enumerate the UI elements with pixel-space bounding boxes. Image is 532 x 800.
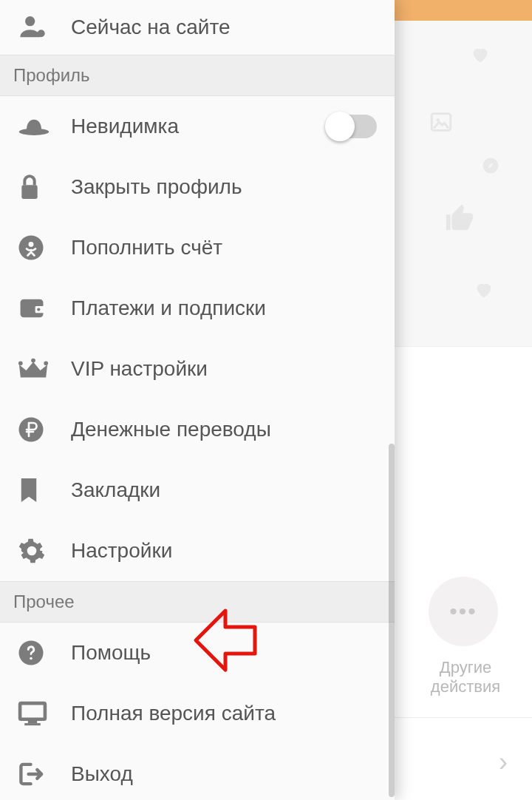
- menu-item-label: Невидимка: [71, 115, 179, 138]
- svg-point-12: [18, 362, 23, 366]
- hat-icon: [18, 115, 71, 138]
- menu-item-payments[interactable]: Платежи и подписки: [0, 278, 395, 339]
- menu-item-label: Настройки: [71, 539, 172, 563]
- help-icon: [18, 640, 71, 666]
- more-actions-button[interactable]: •••: [429, 577, 498, 646]
- wallet-icon: [18, 296, 71, 321]
- menu-item-logout[interactable]: Выход: [0, 744, 395, 800]
- lock-icon: [18, 173, 71, 201]
- more-actions-label: Другие действия: [414, 658, 517, 697]
- svg-rect-19: [28, 720, 37, 723]
- menu-item-close-profile[interactable]: Закрыть профиль: [0, 157, 395, 217]
- svg-rect-18: [20, 703, 45, 719]
- menu-item-online-now[interactable]: Сейчас на сайте: [0, 0, 395, 55]
- menu-item-full-site[interactable]: Полная версия сайта: [0, 683, 395, 744]
- menu-item-settings[interactable]: Настройки: [0, 521, 395, 581]
- compass-icon: [480, 155, 501, 176]
- svg-point-11: [37, 308, 40, 311]
- monitor-icon: [18, 700, 71, 727]
- bg-image-placeholder-area: [395, 21, 532, 346]
- ruble-icon: [18, 416, 71, 443]
- svg-point-4: [38, 30, 45, 37]
- invisible-toggle[interactable]: [327, 115, 377, 138]
- menu-item-label: Полная версия сайта: [71, 702, 276, 725]
- svg-rect-6: [21, 185, 37, 199]
- menu-item-label: Помощь: [71, 641, 151, 665]
- menu-item-label: Пополнить счёт: [71, 236, 222, 260]
- svg-rect-20: [24, 723, 41, 725]
- menu-item-label: Закрыть профиль: [71, 175, 242, 199]
- ok-currency-icon: [18, 234, 71, 261]
- bookmark-icon: [18, 476, 71, 504]
- svg-point-3: [25, 16, 35, 26]
- section-header-other: Прочее: [0, 581, 395, 623]
- logout-icon: [18, 761, 71, 787]
- image-icon: [427, 109, 455, 135]
- section-header-profile: Профиль: [0, 55, 395, 96]
- svg-point-8: [29, 242, 34, 247]
- chevron-right-icon[interactable]: ›: [499, 747, 508, 778]
- side-drawer: Сейчас на сайте Профиль Невидимка Закрыт…: [0, 0, 395, 800]
- menu-item-vip-settings[interactable]: VIP настройки: [0, 339, 395, 399]
- menu-item-label: Платежи и подписки: [71, 296, 266, 320]
- menu-item-label: VIP настройки: [71, 357, 208, 381]
- menu-item-bookmarks[interactable]: Закладки: [0, 460, 395, 521]
- user-online-icon: [18, 13, 71, 42]
- menu-item-money-transfers[interactable]: Денежные переводы: [0, 399, 395, 460]
- menu-item-invisible[interactable]: Невидимка: [0, 96, 395, 157]
- menu-item-label: Закладки: [71, 478, 160, 502]
- thumbs-up-icon: [443, 202, 477, 236]
- bg-divider: [395, 717, 532, 718]
- menu-item-label: Денежные переводы: [71, 418, 271, 441]
- bg-divider: [395, 346, 532, 347]
- menu-item-label: Выход: [71, 762, 133, 786]
- crown-icon: [18, 356, 71, 382]
- svg-point-17: [30, 657, 33, 660]
- menu-item-top-up[interactable]: Пополнить счёт: [0, 217, 395, 278]
- menu-item-label: Сейчас на сайте: [71, 16, 230, 39]
- heart-icon: [469, 44, 491, 65]
- svg-point-14: [44, 362, 48, 366]
- svg-point-13: [31, 359, 35, 363]
- ellipsis-icon: •••: [449, 599, 477, 624]
- gear-icon: [18, 537, 71, 565]
- toggle-knob: [325, 112, 355, 141]
- menu-item-help[interactable]: Помощь: [0, 623, 395, 683]
- scrollbar-thumb[interactable]: [389, 444, 395, 797]
- heart-icon: [473, 279, 495, 300]
- svg-point-7: [19, 236, 44, 260]
